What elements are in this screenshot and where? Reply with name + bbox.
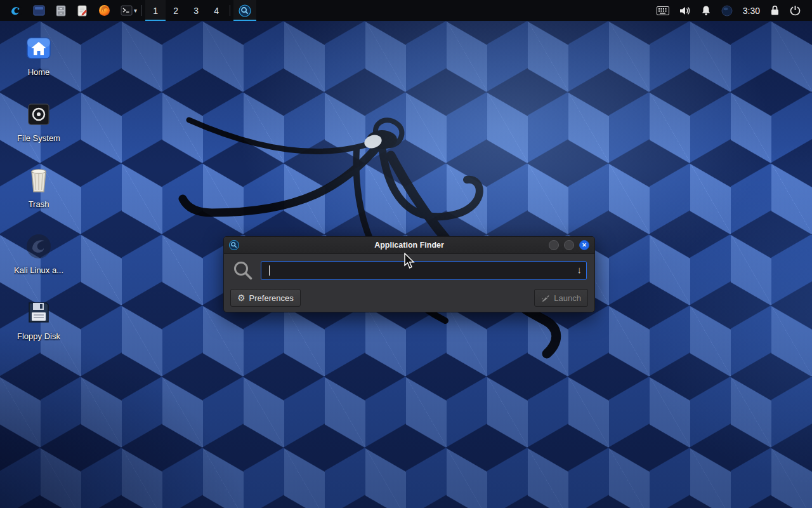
launch-button[interactable]: Launch [534,289,588,307]
titlebar[interactable]: Application Finder ✕ [224,237,594,254]
close-button[interactable]: ✕ [579,240,589,250]
gear-icon: ⚙ [237,293,246,302]
desktop-icon-trash[interactable]: Trash [4,164,74,230]
firefox-icon[interactable] [93,0,115,21]
file-system-icon [25,98,52,131]
trash-icon [26,164,51,197]
window-icon [229,240,239,250]
text-caret [269,265,270,276]
maximize-button[interactable] [564,240,574,250]
floppy-disk-icon [25,296,52,329]
titlebar-buttons: ✕ [549,240,589,250]
window-title: Application Finder [224,241,594,250]
search-input[interactable] [261,261,587,280]
launch-label: Launch [554,293,581,303]
panel-separator [141,5,142,16]
logout-icon[interactable] [785,0,806,21]
search-input-wrap: ↓ [261,261,587,280]
workspace-3-button[interactable]: 3 [186,0,206,21]
panel-tray: 3:30 [652,0,812,21]
keyboard-layout-icon[interactable] [652,0,674,21]
terminal-icon[interactable] [115,0,134,21]
tray-status-icon[interactable] [716,0,738,21]
kali-docs-icon [25,230,53,263]
taskbar-application-finder-button[interactable] [233,0,256,21]
desktop-icon-home[interactable]: Home [4,32,74,98]
search-icon [232,259,254,282]
launch-rocket-icon [541,293,550,302]
application-finder-window: Application Finder ✕ ↓ ⚙ Preferences [223,236,595,312]
terminal-dropdown-chevron-icon[interactable]: ▾ [134,0,138,21]
home-icon [25,32,53,65]
panel-separator [230,5,230,16]
panel-spacer [256,0,652,21]
workspace-4-button[interactable]: 4 [206,0,226,21]
close-icon: ✕ [582,243,587,248]
top-panel: ▾ 1 2 3 4 [0,0,812,21]
workspace-1-button[interactable]: 1 [145,0,166,21]
desktop-icon-kali-docs[interactable]: Kali Linux a... [4,230,74,296]
desktop-icon-label: File System [17,133,60,143]
workspace-2-button[interactable]: 2 [166,0,186,21]
notifications-bell-icon[interactable] [696,0,716,21]
desktop-icon-column: Home File System Trash [4,32,74,362]
file-manager-icon[interactable] [28,0,50,21]
desktop-icon-label: Home [28,67,50,77]
text-editor-icon[interactable] [72,0,93,21]
panel-left: ▾ 1 2 3 4 [0,0,256,21]
kali-menu-icon[interactable] [4,0,28,21]
desktop-icon-label: Trash [29,199,49,209]
desktop-icon-label: Kali Linux a... [14,265,63,275]
mouse-cursor [403,253,417,269]
preferences-button[interactable]: ⚙ Preferences [230,289,301,307]
panel-clock[interactable]: 3:30 [738,0,765,21]
desktop-icon-floppy-disk[interactable]: Floppy Disk [4,296,74,362]
preferences-label: Preferences [249,293,294,303]
minimize-button[interactable] [549,240,559,250]
lock-icon[interactable] [765,0,785,21]
desktop-icon-file-system[interactable]: File System [4,98,74,164]
file-cabinet-icon[interactable] [50,0,72,21]
dropdown-arrow-icon[interactable]: ↓ [577,264,582,275]
button-row: ⚙ Preferences Launch [230,289,588,307]
volume-icon[interactable] [674,0,696,21]
desktop-icon-label: Floppy Disk [17,331,60,341]
